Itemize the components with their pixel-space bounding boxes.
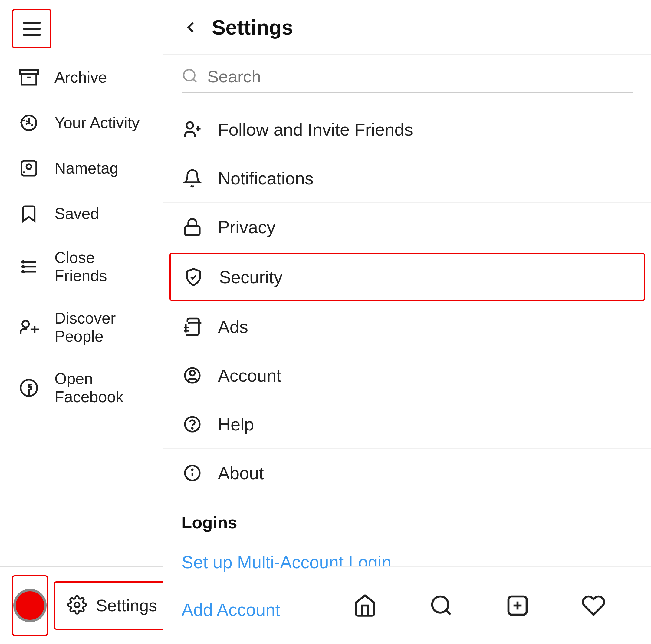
follow-icon: [182, 119, 203, 140]
settings-item-follow-label: Follow and Invite Friends: [218, 119, 413, 140]
settings-item-about-label: About: [218, 463, 264, 483]
logins-label: Logins: [182, 513, 237, 532]
search-input[interactable]: [207, 67, 633, 86]
menu-item-close-friends[interactable]: Close Friends: [0, 236, 163, 297]
menu-item-close-friends-label: Close Friends: [55, 248, 145, 285]
svg-point-24: [190, 371, 195, 375]
menu-item-archive[interactable]: Archive: [0, 55, 163, 100]
bottom-nav: [327, 566, 651, 644]
svg-rect-22: [185, 226, 200, 235]
settings-title: Settings: [212, 16, 293, 39]
help-icon: [182, 413, 203, 435]
menu-item-discover[interactable]: Discover People: [0, 297, 163, 357]
settings-item-follow[interactable]: Follow and Invite Friends: [163, 105, 651, 154]
settings-item-help[interactable]: Help: [163, 400, 651, 449]
shield-icon: [183, 266, 204, 288]
login-item-add-label: Add Account: [182, 599, 280, 620]
svg-point-19: [186, 122, 193, 129]
svg-line-31: [446, 610, 451, 615]
svg-point-9: [22, 260, 25, 263]
back-button[interactable]: [182, 18, 200, 36]
menu-item-facebook[interactable]: Open Facebook: [0, 357, 163, 418]
account-icon: [182, 365, 203, 386]
nametag-icon: [18, 157, 39, 179]
settings-item-notifications-label: Notifications: [218, 168, 314, 188]
record-button-left[interactable]: [12, 575, 48, 636]
menu-item-archive-label: Archive: [55, 68, 107, 86]
close-friends-icon: [18, 256, 39, 277]
nav-add[interactable]: [505, 593, 530, 618]
menu-item-saved[interactable]: Saved: [0, 191, 163, 236]
settings-item-ads[interactable]: Ads: [163, 302, 651, 351]
gear-icon: [67, 595, 87, 616]
svg-rect-0: [20, 70, 38, 74]
menu-item-activity[interactable]: Your Activity: [0, 100, 163, 145]
settings-panel: Settings Follow and Invite Friends Notif…: [163, 0, 651, 644]
settings-list: Follow and Invite Friends Notifications …: [163, 105, 651, 644]
record-circle: [13, 589, 46, 622]
settings-header: Settings: [163, 0, 651, 55]
settings-item-notifications[interactable]: Notifications: [163, 154, 651, 203]
lock-icon: [182, 216, 203, 237]
bell-icon: [182, 168, 203, 189]
saved-icon: [18, 203, 39, 224]
menu-items-list: Archive Your Activity Nametag: [0, 55, 163, 418]
settings-item-security[interactable]: Security: [169, 253, 645, 301]
nav-heart[interactable]: [581, 593, 606, 618]
search-bar: [182, 67, 633, 93]
settings-item-about[interactable]: About: [163, 449, 651, 497]
svg-point-10: [22, 265, 25, 268]
hamburger-icon: [23, 22, 41, 36]
settings-item-account[interactable]: Account: [163, 351, 651, 400]
logins-section-header: Logins: [163, 497, 651, 538]
info-icon: [182, 462, 203, 484]
svg-point-16: [74, 602, 79, 607]
menu-item-activity-label: Your Activity: [55, 114, 140, 132]
settings-item-privacy[interactable]: Privacy: [163, 203, 651, 252]
svg-point-30: [432, 596, 448, 613]
search-icon: [182, 67, 198, 85]
menu-item-discover-label: Discover People: [55, 309, 145, 345]
menu-overlay: Archive Your Activity Nametag: [0, 0, 163, 566]
archive-icon: [18, 67, 39, 88]
activity-icon: [18, 112, 39, 133]
bottom-settings-label: Settings: [96, 595, 157, 615]
menu-item-nametag-label: Nametag: [55, 159, 118, 177]
svg-point-11: [22, 270, 25, 273]
left-panel: ... Archive Your Activity: [0, 0, 163, 644]
menu-item-facebook-label: Open Facebook: [55, 370, 145, 406]
svg-point-17: [184, 70, 195, 81]
settings-item-account-label: Account: [218, 365, 281, 386]
svg-point-4: [26, 164, 31, 169]
nav-home[interactable]: [353, 593, 377, 618]
settings-item-ads-label: Ads: [218, 317, 248, 337]
svg-line-18: [193, 79, 196, 82]
nav-search[interactable]: [429, 593, 453, 618]
facebook-icon: [18, 377, 39, 398]
svg-point-12: [22, 321, 29, 327]
discover-icon: [18, 317, 39, 338]
menu-item-nametag[interactable]: Nametag: [0, 145, 163, 191]
menu-item-saved-label: Saved: [55, 204, 99, 223]
bottom-bar: Settings: [0, 566, 163, 644]
settings-item-privacy-label: Privacy: [218, 217, 275, 237]
settings-bottom-button[interactable]: Settings: [54, 581, 170, 630]
ads-icon: [182, 316, 203, 337]
settings-item-help-label: Help: [218, 414, 254, 434]
settings-item-security-label: Security: [219, 267, 283, 287]
hamburger-button[interactable]: [12, 9, 52, 49]
